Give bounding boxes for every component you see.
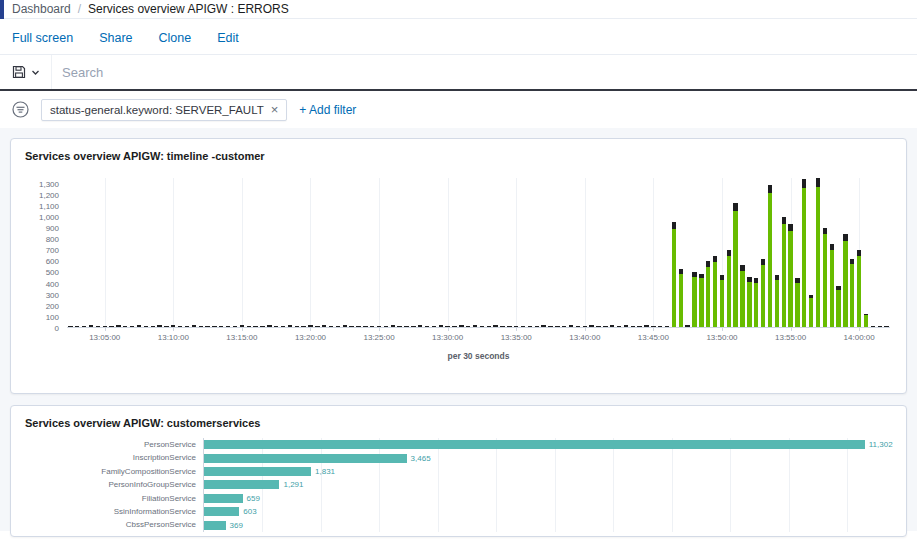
filter-pill-server-fault[interactable]: status-general.keyword: SERVER_FAULT × <box>41 99 287 121</box>
timeline-bar[interactable] <box>349 326 353 327</box>
timeline-bar[interactable] <box>144 326 148 327</box>
timeline-bar[interactable] <box>75 326 79 327</box>
timeline-bar[interactable] <box>123 326 127 327</box>
timeline-bar[interactable] <box>295 326 299 327</box>
timeline-bar[interactable] <box>747 277 751 327</box>
timeline-bar[interactable] <box>692 272 696 327</box>
timeline-bar[interactable] <box>178 326 182 327</box>
timeline-bar[interactable] <box>644 325 648 327</box>
timeline-bar[interactable] <box>253 326 257 327</box>
timeline-bar[interactable] <box>795 278 799 327</box>
edit-link[interactable]: Edit <box>217 31 239 45</box>
timeline-bar[interactable] <box>260 326 264 327</box>
filter-menu-icon[interactable] <box>12 101 29 118</box>
timeline-bar[interactable] <box>816 178 820 327</box>
timeline-bar[interactable] <box>226 326 230 327</box>
timeline-bar[interactable] <box>212 326 216 327</box>
timeline-bar[interactable] <box>418 325 422 327</box>
timeline-bar[interactable] <box>130 326 134 327</box>
timeline-bar[interactable] <box>521 326 525 327</box>
timeline-bar[interactable] <box>281 326 285 327</box>
timeline-bar[interactable] <box>384 326 388 327</box>
timeline-bar[interactable] <box>82 326 86 327</box>
hbar-plot[interactable]: 11,3023,4651,8311,291659603369 <box>203 438 888 532</box>
timeline-bar[interactable] <box>308 325 312 327</box>
timeline-bar[interactable] <box>548 326 552 327</box>
timeline-bar[interactable] <box>576 326 580 327</box>
timeline-bar[interactable] <box>569 325 573 327</box>
timeline-bar[interactable] <box>727 250 731 327</box>
timeline-bar[interactable] <box>637 326 641 327</box>
timeline-bar[interactable] <box>768 185 772 327</box>
timeline-bar[interactable] <box>493 325 497 327</box>
timeline-bar[interactable] <box>205 326 209 327</box>
timeline-bar[interactable] <box>68 326 72 327</box>
timeline-bar[interactable] <box>596 326 600 327</box>
timeline-bar[interactable] <box>445 326 449 327</box>
timeline-bar[interactable] <box>267 325 271 327</box>
timeline-bar[interactable] <box>89 325 93 327</box>
timeline-bar[interactable] <box>802 179 806 327</box>
timeline-bar[interactable] <box>370 326 374 327</box>
timeline-bar[interactable] <box>459 325 463 327</box>
timeline-bar[interactable] <box>850 259 854 327</box>
timeline-bar[interactable] <box>658 326 662 327</box>
timeline-bar[interactable] <box>219 326 223 327</box>
service-bar[interactable] <box>204 507 239 516</box>
timeline-bar[interactable] <box>603 326 607 327</box>
timeline-bar[interactable] <box>706 261 710 327</box>
timeline-bar[interactable] <box>823 228 827 327</box>
timeline-bar[interactable] <box>425 326 429 327</box>
timeline-bar[interactable] <box>336 326 340 327</box>
timeline-bar[interactable] <box>583 326 587 327</box>
share-link[interactable]: Share <box>99 31 132 45</box>
timeline-bar[interactable] <box>733 203 737 327</box>
timeline-bar[interactable] <box>171 325 175 327</box>
timeline-bar[interactable] <box>507 326 511 327</box>
timeline-bar[interactable] <box>137 325 141 327</box>
timeline-bar[interactable] <box>322 325 326 327</box>
timeline-bar[interactable] <box>761 259 765 327</box>
timeline-bar[interactable] <box>164 326 168 327</box>
timeline-bar[interactable] <box>699 274 703 327</box>
timeline-bar[interactable] <box>109 326 113 327</box>
timeline-bar[interactable] <box>199 326 203 327</box>
timeline-bar[interactable] <box>775 275 779 327</box>
timeline-bar[interactable] <box>754 278 758 327</box>
timeline-bar[interactable] <box>685 325 689 327</box>
timeline-bar[interactable] <box>480 326 484 327</box>
timeline-bar[interactable] <box>528 326 532 327</box>
timeline-bar[interactable] <box>740 265 744 327</box>
timeline-bar[interactable] <box>651 326 655 327</box>
search-input[interactable] <box>52 55 917 89</box>
timeline-bar[interactable] <box>672 222 676 327</box>
timeline-bar[interactable] <box>610 325 614 327</box>
service-bar[interactable] <box>204 480 279 489</box>
timeline-bar[interactable] <box>116 325 120 327</box>
timeline-bar[interactable] <box>864 314 868 327</box>
breadcrumb-dashboard[interactable]: Dashboard <box>12 2 71 16</box>
timeline-bar[interactable] <box>473 325 477 327</box>
timeline-bar[interactable] <box>617 326 621 327</box>
service-bar[interactable] <box>204 521 226 530</box>
timeline-bar[interactable] <box>329 326 333 327</box>
timeline-bar[interactable] <box>157 325 161 327</box>
timeline-bar[interactable] <box>274 326 278 327</box>
timeline-bar[interactable] <box>843 234 847 327</box>
timeline-bar[interactable] <box>247 326 251 327</box>
timeline-bar[interactable] <box>487 326 491 327</box>
timeline-bar[interactable] <box>288 325 292 327</box>
timeline-bar[interactable] <box>782 217 786 327</box>
timeline-bar[interactable] <box>185 326 189 327</box>
timeline-bar[interactable] <box>452 326 456 327</box>
timeline-bar[interactable] <box>397 326 401 327</box>
timeline-bar[interactable] <box>411 326 415 327</box>
timeline-bar[interactable] <box>363 326 367 327</box>
clone-link[interactable]: Clone <box>159 31 192 45</box>
timeline-bar[interactable] <box>720 275 724 327</box>
timeline-bar[interactable] <box>788 224 792 327</box>
service-bar[interactable] <box>204 494 243 503</box>
timeline-bar[interactable] <box>514 326 518 327</box>
timeline-bar[interactable] <box>830 244 834 327</box>
service-bar[interactable] <box>204 454 407 463</box>
